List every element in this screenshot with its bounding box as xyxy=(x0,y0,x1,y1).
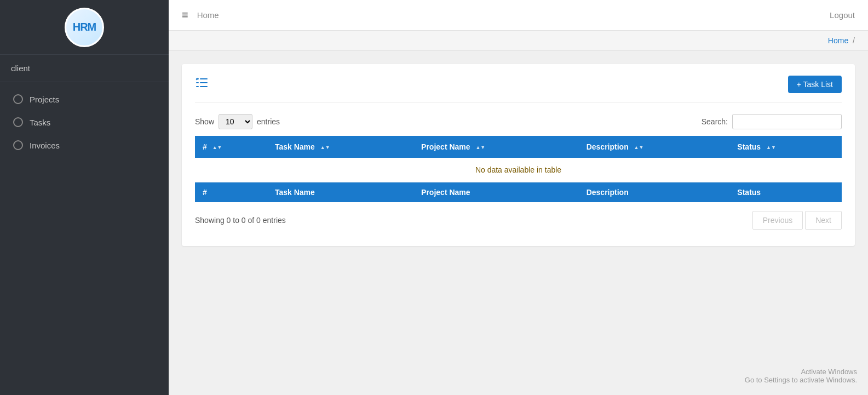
sort-icon-status: ▲▼ xyxy=(766,145,776,150)
showing-text: Showing 0 to 0 of 0 entries xyxy=(195,216,286,225)
previous-button[interactable]: Previous xyxy=(752,211,803,230)
footer-col-description: Description xyxy=(579,182,730,203)
breadcrumb-separator: / xyxy=(853,36,855,45)
sort-icon-description: ▲▼ xyxy=(634,145,644,150)
col-header-num[interactable]: # ▲▼ xyxy=(195,136,267,158)
task-list-icon xyxy=(195,75,210,94)
sidebar: HRM client Projects Tasks Invoices xyxy=(0,0,169,395)
pagination-bar: Showing 0 to 0 of 0 entries Previous Nex… xyxy=(195,211,842,230)
add-task-list-button[interactable]: + Task List xyxy=(788,76,842,93)
footer-col-task-name: Task Name xyxy=(267,182,413,203)
circle-icon-invoices xyxy=(13,140,23,150)
col-header-status[interactable]: Status ▲▼ xyxy=(729,136,842,158)
sidebar-item-tasks[interactable]: Tasks xyxy=(0,111,169,134)
next-button[interactable]: Next xyxy=(805,211,842,230)
col-header-project-name[interactable]: Project Name ▲▼ xyxy=(413,136,579,158)
sidebar-logo-area: HRM xyxy=(0,0,169,55)
sort-icon-num: ▲▼ xyxy=(212,145,222,150)
main-area: ≡ Home Logout Home / xyxy=(169,0,868,395)
pagination-buttons: Previous Next xyxy=(752,211,842,230)
header-left: ≡ Home xyxy=(182,9,219,21)
table-header-row: # ▲▼ Task Name ▲▼ Project Name ▲▼ Desc xyxy=(195,136,842,158)
sort-icon-task-name: ▲▼ xyxy=(320,145,330,150)
breadcrumb: Home / xyxy=(828,36,855,45)
circle-icon-projects xyxy=(13,94,23,104)
card-header: + Task List xyxy=(195,75,842,103)
empty-row: No data available in table xyxy=(195,158,842,182)
entries-label: entries xyxy=(257,117,280,126)
header-home-label: Home xyxy=(197,10,219,20)
show-entries-control: Show 10 25 50 100 entries xyxy=(195,114,280,129)
sidebar-item-label-projects: Projects xyxy=(30,95,59,104)
search-label: Search: xyxy=(702,117,728,126)
task-list-card: + Task List Show 10 25 50 100 entries Se… xyxy=(182,64,855,246)
col-header-description[interactable]: Description ▲▼ xyxy=(579,136,730,158)
sidebar-item-invoices[interactable]: Invoices xyxy=(0,134,169,157)
table-controls: Show 10 25 50 100 entries Search: xyxy=(195,114,842,129)
footer-col-num: # xyxy=(195,182,267,203)
breadcrumb-bar: Home / xyxy=(169,31,868,51)
svg-rect-3 xyxy=(200,82,208,83)
svg-rect-4 xyxy=(196,86,199,87)
logo-text: HRM xyxy=(73,21,96,33)
logout-button[interactable]: Logout xyxy=(830,10,855,20)
show-label: Show xyxy=(195,117,214,126)
search-input[interactable] xyxy=(732,114,842,129)
col-header-task-name[interactable]: Task Name ▲▼ xyxy=(267,136,413,158)
content-area: + Task List Show 10 25 50 100 entries Se… xyxy=(169,51,868,395)
sidebar-item-label-tasks: Tasks xyxy=(30,118,50,127)
circle-icon-tasks xyxy=(13,117,23,127)
sidebar-item-projects[interactable]: Projects xyxy=(0,88,169,111)
svg-rect-5 xyxy=(200,86,208,87)
hamburger-icon[interactable]: ≡ xyxy=(182,9,188,21)
sort-icon-project-name: ▲▼ xyxy=(475,145,485,150)
svg-rect-1 xyxy=(200,78,208,79)
svg-rect-2 xyxy=(196,82,199,83)
footer-col-project-name: Project Name xyxy=(413,182,579,203)
search-box: Search: xyxy=(702,114,842,129)
breadcrumb-home-link[interactable]: Home xyxy=(828,36,848,45)
top-header: ≡ Home Logout xyxy=(169,0,868,31)
sidebar-item-label-invoices: Invoices xyxy=(30,141,60,150)
task-table: # ▲▼ Task Name ▲▼ Project Name ▲▼ Desc xyxy=(195,136,842,202)
empty-message: No data available in table xyxy=(195,158,842,182)
logo-circle: HRM xyxy=(65,8,104,47)
sidebar-nav: Projects Tasks Invoices xyxy=(0,82,169,162)
footer-col-status: Status xyxy=(729,182,842,203)
entries-select[interactable]: 10 25 50 100 xyxy=(219,114,252,129)
table-footer-row: # Task Name Project Name Description Sta… xyxy=(195,182,842,203)
sidebar-user-label: client xyxy=(0,55,169,82)
